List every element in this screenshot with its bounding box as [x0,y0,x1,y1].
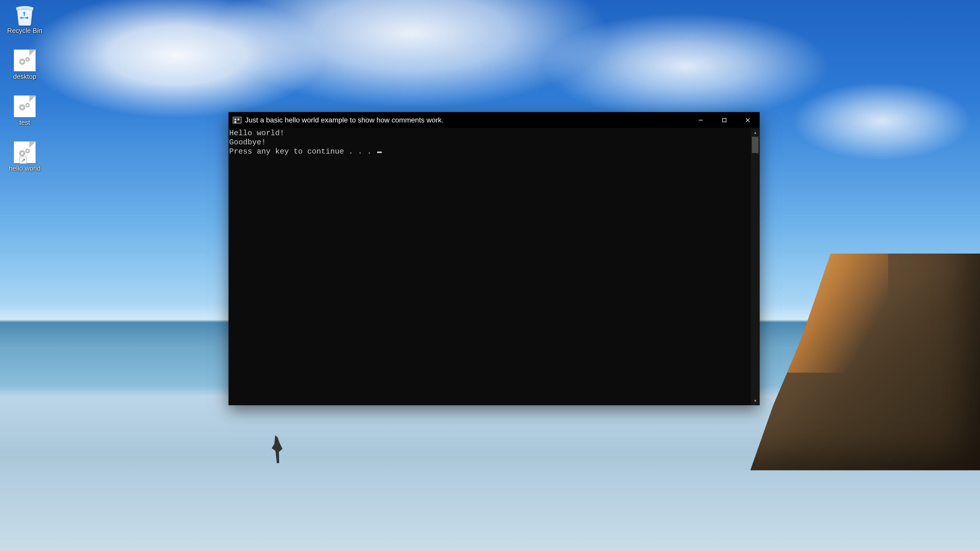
svg-point-1 [21,60,24,63]
text-cursor [377,151,382,153]
scroll-down-icon[interactable]: ▾ [751,396,759,405]
shortcut-overlay-icon: ↗ [20,157,27,164]
console-line: Press any key to continue . . . [229,147,376,156]
wallpaper-cliff [750,254,980,470]
maximize-button[interactable] [713,112,736,128]
console-line: Goodbye! [229,138,266,147]
desktop-icon-test-bat[interactable]: test [3,94,46,128]
console-line: Hello world! [229,129,284,138]
close-button[interactable] [736,112,759,128]
console-window[interactable]: Just a basic hello world example to show… [229,112,759,405]
window-client-area: Hello world! Goodbye! Press any key to c… [229,128,759,405]
desktop-icon-desktop-bat[interactable]: desktop [3,48,46,82]
batch-file-icon [12,95,38,118]
svg-point-5 [21,106,24,109]
icon-label: test [19,119,30,127]
cmd-icon [233,117,242,124]
window-title: Just a basic hello world example to show… [245,116,444,124]
vertical-scrollbar[interactable]: ▴ ▾ [751,128,759,405]
console-output[interactable]: Hello world! Goodbye! Press any key to c… [229,128,751,405]
scroll-thumb[interactable] [752,137,759,153]
batch-file-icon [12,49,38,72]
titlebar[interactable]: Just a basic hello world example to show… [229,112,759,128]
svg-point-7 [27,104,29,106]
desktop-icons: Recycle Bin desktop [3,2,46,174]
icon-label: desktop [13,73,36,81]
scroll-up-icon[interactable]: ▴ [751,128,759,137]
batch-file-icon: ↗ [12,141,38,164]
icon-label: Recycle Bin [7,27,42,35]
svg-point-3 [27,59,29,60]
desktop-icon-recycle-bin[interactable]: Recycle Bin [3,2,46,36]
desktop-icon-hello-world-bat[interactable]: ↗ hello world [3,139,46,174]
svg-point-9 [21,152,24,155]
svg-rect-13 [722,118,726,122]
icon-label: hello world [9,165,41,172]
scroll-track[interactable] [751,137,759,396]
recycle-bin-icon [12,3,38,26]
svg-point-11 [27,150,29,152]
desktop[interactable]: Recycle Bin desktop [0,0,980,551]
minimize-button[interactable] [689,112,713,128]
wallpaper-driftwood [268,435,286,464]
